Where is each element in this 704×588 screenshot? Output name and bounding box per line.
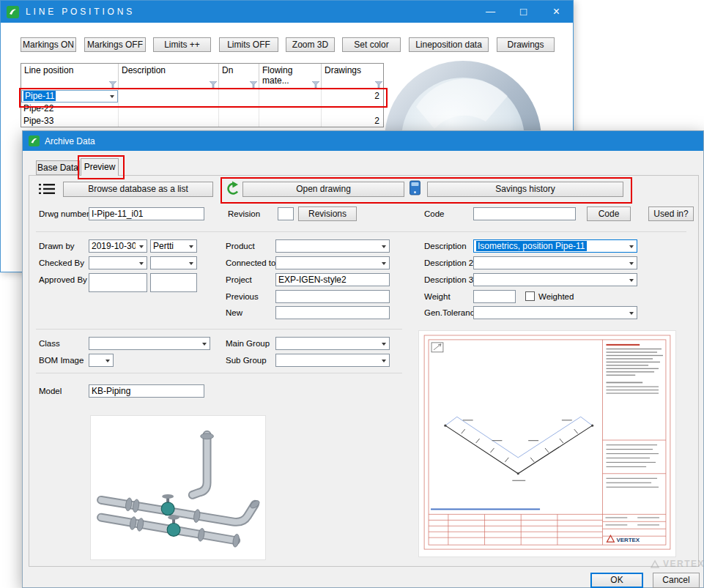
filter-icon[interactable] — [312, 81, 319, 88]
class-label: Class — [39, 337, 60, 350]
chevron-down-icon[interactable] — [199, 338, 210, 349]
window-title: LINE POSITIONS — [26, 7, 135, 17]
weighted-label: Weighted — [538, 290, 574, 303]
vertex-logo-icon — [650, 559, 660, 568]
chevron-down-icon[interactable] — [185, 240, 196, 252]
previous-field[interactable] — [275, 290, 390, 303]
combo-value: Isometrics, position Pipe-11 — [476, 241, 587, 251]
dn-cell — [219, 103, 259, 115]
chevron-down-icon[interactable] — [185, 257, 196, 269]
new-label: New — [226, 306, 242, 319]
filter-icon[interactable] — [210, 81, 217, 88]
class-combo[interactable] — [89, 337, 210, 350]
checked-by-date-combo[interactable] — [89, 256, 147, 269]
code-field[interactable] — [473, 207, 576, 220]
flowing-cell — [259, 103, 322, 115]
browse-database-button[interactable]: Browse database as a list — [63, 182, 213, 197]
set-color-button[interactable]: Set color — [342, 37, 401, 52]
drawn-by-name-combo[interactable]: Pertti — [150, 239, 197, 253]
chevron-down-icon[interactable] — [136, 257, 147, 269]
approved-by-date-field[interactable] — [89, 273, 147, 292]
column-description[interactable]: Description — [119, 64, 219, 90]
tab-base-data[interactable]: Base Data — [36, 160, 80, 175]
savings-history-button[interactable]: Savings history — [427, 182, 623, 197]
description-3-combo[interactable] — [473, 273, 637, 286]
gen-tolerance-combo[interactable] — [473, 306, 637, 319]
revisions-button[interactable]: Revisions — [298, 206, 357, 221]
drawn-by-date-combo[interactable]: 2019-10-30 — [89, 239, 147, 253]
main-group-combo[interactable] — [275, 337, 390, 350]
drawings-button[interactable]: Drawings — [497, 37, 555, 52]
sub-group-combo[interactable] — [275, 354, 390, 367]
combo-value: 2019-10-30 — [92, 241, 136, 251]
weight-label: Weight — [424, 290, 451, 303]
code-label: Code — [424, 207, 445, 220]
combo-value: Pertti — [153, 241, 174, 251]
cancel-button[interactable]: Cancel — [653, 573, 700, 588]
drive-icon[interactable] — [410, 180, 420, 198]
table-row-pipe-33[interactable]: Pipe-33 2 — [21, 115, 383, 127]
column-line-position[interactable]: Line position — [21, 64, 119, 90]
connected-to-combo[interactable] — [275, 256, 390, 269]
new-field[interactable] — [275, 306, 390, 319]
drwg-number-field[interactable]: I-Pipe-11_i01 — [89, 207, 204, 220]
tab-preview[interactable]: Preview — [81, 158, 119, 176]
filter-icon[interactable] — [250, 81, 257, 88]
ok-button[interactable]: OK — [590, 573, 643, 588]
column-flowing-material[interactable]: Flowing mate... — [259, 64, 322, 90]
chevron-down-icon[interactable] — [626, 240, 637, 252]
table-row-pipe-11[interactable]: Pipe-11 2 — [21, 90, 383, 103]
archive-data-titlebar[interactable]: Archive Data — [23, 131, 703, 151]
chevron-down-icon[interactable] — [378, 257, 389, 269]
model-3d-preview — [90, 415, 266, 560]
minimize-icon[interactable]: — — [474, 1, 507, 23]
approved-by-name-field[interactable] — [150, 273, 197, 292]
table-row-pipe-22[interactable]: Pipe-22 — [21, 103, 383, 116]
column-dn[interactable]: Dn — [219, 64, 259, 90]
close-icon[interactable]: × — [540, 1, 573, 23]
maximize-icon[interactable]: □ — [507, 1, 540, 23]
used-in-button[interactable]: Used in? — [648, 206, 694, 221]
checked-by-name-combo[interactable] — [150, 256, 197, 269]
separator — [36, 373, 402, 373]
filter-icon[interactable] — [375, 81, 382, 88]
open-drawing-button[interactable]: Open drawing — [242, 182, 404, 197]
line-position-combo[interactable]: Pipe-11 — [21, 90, 118, 103]
chevron-down-icon[interactable] — [378, 240, 389, 252]
weighted-checkbox[interactable] — [525, 291, 535, 301]
chevron-down-icon[interactable] — [378, 338, 389, 349]
lineposition-data-button[interactable]: Lineposition data — [409, 37, 489, 52]
zoom-3d-button[interactable]: Zoom 3D — [286, 37, 335, 52]
description-combo[interactable]: Isometrics, position Pipe-11 — [473, 239, 637, 253]
column-drawings[interactable]: Drawings — [322, 64, 384, 90]
chevron-down-icon[interactable] — [106, 91, 117, 102]
chevron-down-icon[interactable] — [136, 240, 147, 252]
chevron-down-icon[interactable] — [626, 307, 637, 319]
chevron-down-icon[interactable] — [626, 274, 637, 286]
description-2-combo[interactable] — [473, 256, 637, 269]
filter-icon[interactable] — [109, 81, 116, 88]
description-2-label: Description 2 — [424, 256, 473, 269]
column-label: Line position — [24, 65, 73, 75]
markings-off-button[interactable]: Markings OFF — [84, 37, 146, 52]
bom-image-combo[interactable] — [89, 354, 114, 367]
line-positions-titlebar[interactable]: LINE POSITIONS — □ × — [1, 1, 573, 23]
drawings-cell: 2 — [322, 90, 384, 103]
app-icon — [29, 135, 40, 146]
product-combo[interactable] — [275, 239, 390, 253]
chevron-down-icon[interactable] — [102, 354, 113, 366]
markings-on-button[interactable]: Markings ON — [21, 37, 76, 52]
code-button[interactable]: Code — [587, 206, 631, 221]
sub-group-label: Sub Group — [226, 354, 267, 367]
chevron-down-icon[interactable] — [626, 257, 637, 269]
model-field[interactable]: KB-Piping — [89, 384, 204, 398]
chevron-down-icon[interactable] — [378, 354, 389, 366]
limits-plus-button[interactable]: Limits ++ — [153, 37, 211, 52]
revision-field[interactable] — [278, 207, 294, 220]
dialog-title: Archive Data — [45, 136, 95, 146]
limits-off-button[interactable]: Limits OFF — [219, 37, 278, 52]
weight-field[interactable] — [473, 290, 516, 303]
open-arrow-icon[interactable] — [226, 181, 240, 199]
project-field[interactable]: EXP-IGEN-style2 — [275, 273, 390, 286]
list-icon[interactable] — [39, 183, 55, 198]
